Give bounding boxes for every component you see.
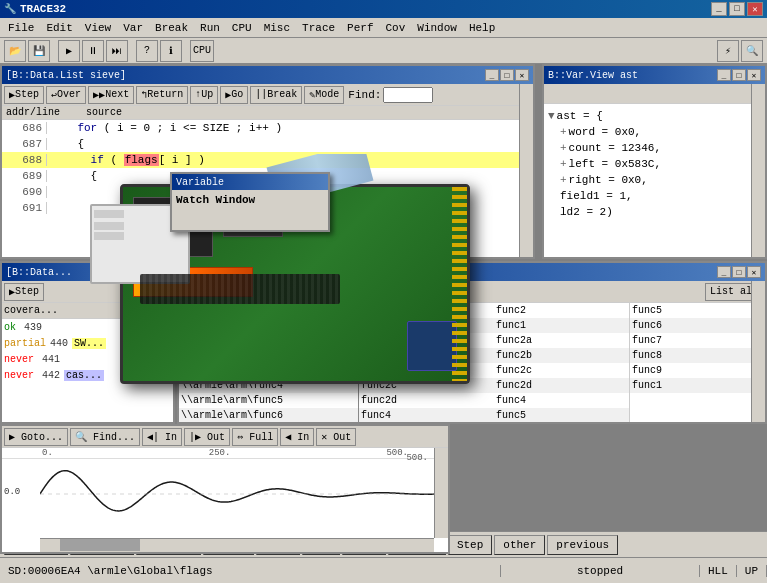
tb-cpu[interactable]: CPU [190,40,214,62]
wave-zoomin-btn[interactable]: ◀| In [142,428,182,446]
trace-maximize[interactable]: □ [732,266,746,278]
wave-chart: 0.0 [2,459,448,529]
trace-g-btn[interactable]: || G... [325,283,377,301]
menu-break[interactable]: Break [149,20,194,36]
menu-var[interactable]: Var [117,20,149,36]
tr2-func5: func5 [494,408,629,422]
wave-full-btn[interactable]: ⇔ Full [232,428,278,446]
menu-bar: File Edit View Var Break Run CPU Misc Tr… [0,18,767,38]
cov-row-1: ok 439 [2,319,173,335]
var-minimize[interactable]: _ [717,69,731,81]
cov-minimize[interactable]: _ [125,266,139,278]
return-btn[interactable]: ↰ Return [136,86,188,104]
wave-scrollbar-v[interactable] [434,448,448,538]
step-btn[interactable]: ▶ Step [4,86,44,104]
code-line-688: 688 if ( flags[ i ] ) [2,152,533,168]
close-btn[interactable]: ✕ [747,2,763,16]
trace-close[interactable]: ✕ [747,266,761,278]
tb-info[interactable]: ℹ [160,40,182,62]
wave-scroll-thumb[interactable] [60,539,140,551]
menu-run[interactable]: Run [194,20,226,36]
cov-close[interactable]: ✕ [155,266,169,278]
wave-zoomout-btn[interactable]: |▶ Out [184,428,230,446]
menu-window[interactable]: Window [411,20,463,36]
menu-misc[interactable]: Misc [258,20,296,36]
maximize-btn[interactable]: □ [729,2,745,16]
var-close[interactable]: ✕ [747,69,761,81]
menu-file[interactable]: File [2,20,40,36]
btn-step[interactable]: Step [448,535,492,555]
cov-status-never2: never [4,370,34,381]
trace-left-panel: \\armle\func2 \\armle\func1 \\armle\func… [179,303,359,422]
code-scrollbar-v[interactable] [519,84,533,257]
title-bar: 🔧 TRACE32 _ □ ✕ [0,0,767,18]
menu-edit[interactable]: Edit [40,20,78,36]
var-line-2: + word = 0x0, [548,124,761,140]
wave-goto-btn[interactable]: ▶ Goto... [4,428,68,446]
menu-trace[interactable]: Trace [296,20,341,36]
wave-in2-btn[interactable]: ◀ In [280,428,314,446]
wave-y-label: 0.0 [4,487,20,497]
tr-func2c: func2c [359,378,494,393]
code-minimize[interactable]: _ [485,69,499,81]
up-btn[interactable]: ↑ Up [190,86,218,104]
windows-area: [B::Data.List sieve] _ □ ✕ ▶ Step ↩ Over… [0,64,767,583]
cov-step-btn[interactable]: ▶ Step [4,283,44,301]
break-btn[interactable]: || Break [250,86,302,104]
btn-other[interactable]: other [494,535,545,555]
go-btn[interactable]: ▶ Go [220,86,248,104]
menu-help[interactable]: Help [463,20,501,36]
tr-main: main [359,303,494,318]
var-content: ▼ast = { + word = 0x0, +count = 12346, +… [544,104,765,257]
tr-func2b: func2b [359,363,494,378]
trace-setup-btn[interactable]: Setup... [181,283,239,301]
btn-previous[interactable]: previous [547,535,618,555]
over-btn[interactable]: ↩ Over [46,86,86,104]
code-close[interactable]: ✕ [515,69,529,81]
wave-scale-250: 250. [209,448,231,458]
menu-perf[interactable]: Perf [341,20,379,36]
menu-cpu[interactable]: CPU [226,20,258,36]
wave-out2-btn[interactable]: ✕ Out [316,428,356,446]
trace-scrollbar-v[interactable] [751,281,765,422]
tb-run[interactable]: ▶ [58,40,80,62]
wave-scrollbar-h[interactable] [40,538,434,552]
wave-data-label: 500. [406,453,428,463]
trace-func-2: \\armle\func1 [179,318,358,333]
trace-columns: main func2 func1 func2a func2b func2c fu… [359,303,765,422]
minimize-btn[interactable]: _ [711,2,727,16]
menu-view[interactable]: View [79,20,117,36]
find-input[interactable] [383,87,433,103]
wave-window: ▶ Goto... 🔍 Find... ◀| In |▶ Out ⇔ Full … [0,424,450,554]
tr-func1: func1 [359,333,494,348]
wave-find-btn[interactable]: 🔍 Find... [70,428,140,446]
status-bar: SD:00006EA4 \armle\Global\flags stopped … [0,557,767,583]
var-line-4: + left = 0x583C, [548,156,761,172]
var-line-7: ld2 = 2) [548,204,761,220]
var-maximize[interactable]: □ [732,69,746,81]
var-title-text: B::Var.View ast [548,70,716,81]
var-scrollbar-v[interactable] [751,84,765,257]
main-toolbar: 📂 💾 ▶ ⏸ ⏭ ? ℹ CPU ⚡ 🔍 [0,38,767,64]
tb-open[interactable]: 📂 [4,40,26,62]
tb-extra1[interactable]: ⚡ [717,40,739,62]
tb-save[interactable]: 💾 [28,40,50,62]
code-maximize[interactable]: □ [500,69,514,81]
cov-row-2: partial 440 SW... [2,335,173,351]
trace-minimize[interactable]: _ [717,266,731,278]
menu-cov[interactable]: Cov [380,20,412,36]
tr3-func1: func1 [630,378,765,393]
trace-func-4: \\armle\func2... [179,348,358,363]
tb-step[interactable]: ⏭ [106,40,128,62]
wave-toolbar: ▶ Goto... 🔍 Find... ◀| In |▶ Out ⇔ Full … [2,426,448,448]
var-line-3: +count = 12346, [548,140,761,156]
mode-btn[interactable]: ✎ Mode [304,86,344,104]
next-btn[interactable]: ▶▶ Next [88,86,134,104]
tb-question[interactable]: ? [136,40,158,62]
trace-groups-btn[interactable]: 📊 Groups... [241,283,323,301]
cov-content: ok 439 partial 440 SW... never 441 never… [2,319,173,383]
tb-stop[interactable]: ⏸ [82,40,104,62]
tr3-func9: func9 [630,363,765,378]
tb-extra2[interactable]: 🔍 [741,40,763,62]
cov-maximize[interactable]: □ [140,266,154,278]
